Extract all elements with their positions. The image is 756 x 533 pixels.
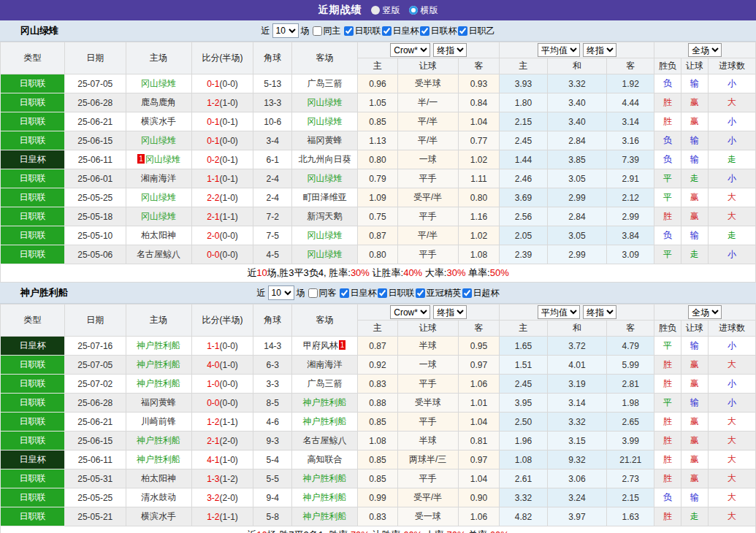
league-checkbox[interactable] xyxy=(416,288,425,298)
match-date-cell: 25-05-25 xyxy=(64,488,126,507)
team-name-link[interactable]: 冈山绿雉 xyxy=(308,116,343,126)
league-checkbox[interactable] xyxy=(344,26,354,36)
result-goals-cell: 大 xyxy=(708,356,755,375)
summary-segment: 70% xyxy=(446,529,465,533)
league-checkbox[interactable] xyxy=(340,288,349,298)
odds-handicap-cell: 半球 xyxy=(397,432,458,450)
radio-horizontal[interactable]: 横版 xyxy=(409,4,438,17)
same-venue-checkbox[interactable] xyxy=(313,26,322,36)
team-name-link[interactable]: 神户胜利船 xyxy=(303,492,347,502)
league-checkbox[interactable] xyxy=(378,288,387,298)
odds-handicap-cell: 平手 xyxy=(397,207,458,226)
summary-segment: 40% xyxy=(403,267,422,278)
radio-horizontal-icon[interactable] xyxy=(409,6,418,15)
team-name-link[interactable]: 柏太阳神 xyxy=(141,473,176,483)
result-handicap-cell: 输 xyxy=(681,337,708,356)
scope-select[interactable]: 全场 xyxy=(688,43,722,57)
away-team-cell: 神户胜利船 xyxy=(292,413,358,432)
team-name-link[interactable]: 冈山绿雉 xyxy=(141,78,176,88)
avg-draw-cell: 2.84 xyxy=(547,207,607,226)
league-checkbox[interactable] xyxy=(382,26,392,36)
team-name-link[interactable]: 神户胜利船 xyxy=(303,397,347,407)
team-name-link[interactable]: 冈山绿雉 xyxy=(141,135,176,145)
team-name-link[interactable]: 神户胜利船 xyxy=(137,378,180,388)
avg-provider-select[interactable]: 平均值 xyxy=(538,305,580,319)
team-name-link[interactable]: 冈山绿雉 xyxy=(308,97,343,107)
avg-home-cell: 2.05 xyxy=(500,226,547,245)
team-name-link[interactable]: 柏太阳神 xyxy=(141,230,176,240)
team-name-link[interactable]: 冈山绿雉 xyxy=(141,211,176,221)
team-name-link[interactable]: 神户胜利船 xyxy=(137,359,180,369)
match-date-cell: 25-05-10 xyxy=(64,226,126,245)
odds-stage-select[interactable]: 终指 xyxy=(433,43,467,57)
team-name-link[interactable]: 湘南海洋 xyxy=(308,359,343,369)
team-name-link[interactable]: 福冈黄蜂 xyxy=(308,135,343,145)
col-header-result-wdl: 胜负 xyxy=(654,321,681,337)
team-name-link[interactable]: 新泻天鹅 xyxy=(308,211,343,221)
team-name-link[interactable]: 湘南海洋 xyxy=(141,173,176,183)
avg-draw-cell: 3.19 xyxy=(547,375,607,394)
recent-count-select[interactable]: 10 xyxy=(272,23,299,38)
team-name-link[interactable]: 冈山绿雉 xyxy=(145,154,180,164)
halftime-score: (1-1) xyxy=(219,417,237,427)
away-team-cell: 广岛三箭 xyxy=(292,375,358,394)
odds-home-cell: 0.83 xyxy=(358,375,398,394)
odds-handicap-cell: 一球 xyxy=(397,356,458,375)
same-venue-checkbox[interactable] xyxy=(308,288,318,298)
team-name-link[interactable]: 冈山绿雉 xyxy=(308,230,343,240)
odds-stage-select[interactable]: 终指 xyxy=(433,305,467,319)
away-team-cell: 冈山绿雉 xyxy=(292,169,358,188)
away-team-cell: 神户胜利船 xyxy=(292,394,358,413)
team-name-link[interactable]: 川崎前锋 xyxy=(141,416,176,426)
score-cell: 4-1(1-0) xyxy=(191,450,253,469)
filter-bar: 冈山绿雉 近 10 场 同主 日职联日皇杯日联杯日职乙 xyxy=(0,20,756,42)
league-filter-group: 日皇杯日职联亚冠精英日超杯 xyxy=(339,287,500,299)
league-checkbox[interactable] xyxy=(458,26,467,36)
odds-provider-select[interactable]: Crow* xyxy=(390,43,430,57)
radio-vertical[interactable]: 竖版 xyxy=(371,4,400,17)
recent-count-select[interactable]: 10 xyxy=(268,285,294,300)
match-row: 日职联25-05-10柏太阳神2-0(0-0)7-5冈山绿雉0.87平/半1.0… xyxy=(1,226,756,245)
col-header-odds-home: 主 xyxy=(358,321,398,337)
halftime-score: (0-0) xyxy=(219,136,237,146)
team-name-link[interactable]: 町田泽维亚 xyxy=(303,192,347,202)
team-name-link[interactable]: 冈山绿雉 xyxy=(141,192,176,202)
team-name-link[interactable]: 北九州向日葵 xyxy=(299,154,351,164)
team-name-link[interactable]: 横滨水手 xyxy=(141,511,176,521)
team-name-link[interactable]: 神户胜利船 xyxy=(137,340,180,350)
result-handicap-cell: 输 xyxy=(681,394,708,413)
match-date-cell: 25-06-11 xyxy=(64,450,126,469)
col-header-odds-handicap: 让球 xyxy=(397,321,458,337)
avg-stage-select[interactable]: 终指 xyxy=(583,305,616,319)
team-name-link[interactable]: 福冈黄蜂 xyxy=(141,397,176,407)
odds-provider-select[interactable]: Crow* xyxy=(390,305,430,319)
team-name-link[interactable]: 神户胜利船 xyxy=(303,473,347,483)
match-date-cell: 25-05-06 xyxy=(64,245,126,264)
league-checkbox[interactable] xyxy=(420,26,429,36)
team-name-link[interactable]: 神户胜利船 xyxy=(137,454,180,464)
team-name-link[interactable]: 神户胜利船 xyxy=(303,416,347,426)
score-cell: 1-3(1-2) xyxy=(191,469,253,488)
fulltime-score: 4-0 xyxy=(207,360,219,370)
avg-stage-select[interactable]: 终指 xyxy=(583,43,616,57)
avg-away-cell: 5.99 xyxy=(607,356,654,375)
team-name-link[interactable]: 名古屋鲸八 xyxy=(303,435,347,445)
team-name-link[interactable]: 神户胜利船 xyxy=(137,435,180,445)
avg-provider-select[interactable]: 平均值 xyxy=(538,43,580,57)
team-name-link[interactable]: 冈山绿雉 xyxy=(308,173,343,183)
radio-vertical-icon[interactable] xyxy=(371,6,380,15)
team-name-link[interactable]: 冈山绿雉 xyxy=(308,249,343,259)
scope-select[interactable]: 全场 xyxy=(688,305,722,319)
team-name-link[interactable]: 神户胜利船 xyxy=(303,511,347,521)
team-name-link[interactable]: 广岛三箭 xyxy=(308,78,343,88)
team-name-link[interactable]: 横滨水手 xyxy=(141,116,176,126)
avg-away-cell: 2.65 xyxy=(607,413,654,432)
league-checkbox[interactable] xyxy=(462,288,472,298)
team-name-link[interactable]: 鹿岛鹿角 xyxy=(141,97,176,107)
summary-segment: 60% xyxy=(490,529,509,533)
team-name-link[interactable]: 广岛三箭 xyxy=(308,378,343,388)
team-name-link[interactable]: 清水鼓动 xyxy=(141,492,176,502)
team-name-link[interactable]: 甲府风林 xyxy=(303,340,338,350)
team-name-link[interactable]: 高知联合 xyxy=(308,454,343,464)
team-name-link[interactable]: 名古屋鲸八 xyxy=(137,249,180,259)
